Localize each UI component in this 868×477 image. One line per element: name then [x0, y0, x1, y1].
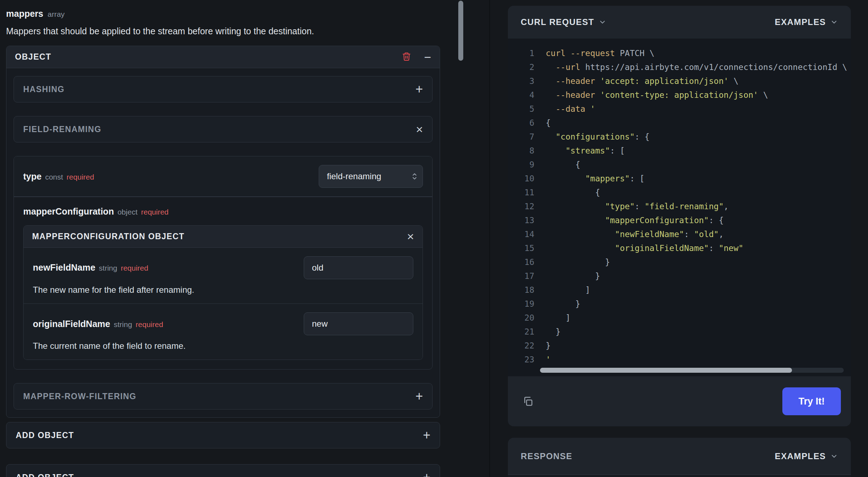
type-field-row: type const required field-renaming: [14, 156, 432, 196]
code-line: 1curl --request PATCH \: [517, 46, 851, 60]
line-number: 19: [517, 297, 534, 311]
trash-icon[interactable]: [402, 51, 411, 63]
add-object-button-inner[interactable]: ADD OBJECT +: [6, 422, 440, 448]
copy-icon[interactable]: [520, 393, 536, 409]
line-number: 17: [517, 269, 534, 283]
field-name: newFieldName: [33, 262, 95, 273]
mapper-configuration-panel-header: MAPPERCONFIGURATION OBJECT ×: [24, 226, 423, 248]
field-renaming-section-header[interactable]: FIELD-RENAMING ×: [14, 116, 433, 142]
code-line: 16 }: [517, 255, 851, 269]
line-number: 22: [517, 339, 534, 353]
curl-request-title: CURL REQUEST: [521, 17, 594, 27]
add-object-button-outer[interactable]: ADD OBJECT +: [6, 464, 440, 477]
type-field-label: type const required: [23, 171, 94, 182]
code-line: 5 --data ': [517, 102, 851, 116]
line-number: 23: [517, 353, 534, 367]
line-number: 3: [517, 74, 534, 88]
line-number: 12: [517, 200, 534, 214]
plus-icon[interactable]: +: [423, 471, 430, 477]
code-line: 9 {: [517, 158, 851, 172]
new-field-name-input[interactable]: [304, 256, 413, 279]
code-line: 20 ]: [517, 311, 851, 325]
field-renaming-title: FIELD-RENAMING: [23, 125, 101, 134]
horizontal-scrollbar-thumb[interactable]: [540, 368, 792, 373]
line-number: 18: [517, 283, 534, 297]
plus-icon[interactable]: +: [423, 429, 430, 442]
response-body: [508, 475, 851, 477]
object-panel-actions: −: [402, 51, 431, 63]
chevron-down-icon: [830, 452, 838, 460]
code-line: 18 ]: [517, 283, 851, 297]
line-number: 11: [517, 186, 534, 200]
line-number: 1: [517, 46, 534, 60]
line-number: 20: [517, 311, 534, 325]
line-number: 15: [517, 241, 534, 255]
close-icon[interactable]: ×: [416, 123, 423, 135]
required-badge: required: [67, 173, 94, 181]
mapper-configuration-label: mapperConfiguration object required: [23, 206, 423, 217]
code-line: 3 --header 'accept: application/json' \: [517, 74, 851, 88]
code-line: 23': [517, 353, 851, 367]
line-number: 8: [517, 144, 534, 158]
object-panel-title: OBJECT: [15, 52, 402, 62]
code-line: 2 --url https://api.airbyte.com/v1/conne…: [517, 60, 851, 74]
plus-icon[interactable]: +: [415, 390, 423, 403]
code-line: 10 "mappers": [: [517, 172, 851, 186]
code-line: 4 --header 'content-type: application/js…: [517, 88, 851, 102]
line-number: 9: [517, 158, 534, 172]
field-description: The current name of the field to rename.: [33, 341, 413, 351]
collapse-minus-icon[interactable]: −: [424, 51, 431, 63]
field-name: originalFieldName: [33, 319, 110, 329]
close-icon[interactable]: ×: [407, 230, 414, 242]
code-line: 13 "mapperConfiguration": {: [517, 214, 851, 227]
response-card: RESPONSE EXAMPLES: [508, 438, 851, 477]
mappers-property-header: mappers array: [6, 9, 446, 19]
hashing-title: HASHING: [23, 85, 65, 94]
original-field-name-label: originalFieldName string required: [33, 319, 163, 329]
vertical-scrollbar-thumb[interactable]: [458, 1, 463, 61]
mapper-configuration-panel-title: MAPPERCONFIGURATION OBJECT: [32, 232, 185, 241]
code-line: 6{: [517, 116, 851, 130]
line-number: 10: [517, 172, 534, 186]
field-kind: const: [45, 173, 63, 181]
request-examples-dropdown[interactable]: EXAMPLES: [775, 17, 838, 27]
code-line: 22}: [517, 339, 851, 353]
field-name: type: [23, 171, 41, 182]
code-line: 8 "streams": [: [517, 144, 851, 158]
code-line: 15 "originalFieldName": "new": [517, 241, 851, 255]
vertical-scrollbar[interactable]: [458, 0, 463, 477]
field-kind: string: [114, 320, 132, 329]
add-object-label: ADD OBJECT: [16, 473, 74, 477]
original-field-name-input[interactable]: [304, 312, 413, 335]
field-renaming-body: type const required field-renaming: [14, 156, 433, 370]
curl-request-footer: Try It!: [508, 376, 851, 426]
line-number: 2: [517, 60, 534, 74]
response-examples-dropdown[interactable]: EXAMPLES: [775, 451, 838, 461]
object-panel-header: OBJECT −: [6, 46, 440, 68]
code-line: 17 }: [517, 269, 851, 283]
horizontal-scrollbar[interactable]: [540, 368, 844, 373]
schema-panel: mappers array Mappers that should be app…: [0, 0, 446, 477]
new-field-name-label: newFieldName string required: [33, 262, 148, 273]
hashing-section-toggle[interactable]: HASHING +: [14, 76, 433, 102]
examples-label: EXAMPLES: [775, 17, 826, 27]
code-line: 11 {: [517, 186, 851, 200]
required-badge: required: [141, 208, 168, 216]
mapper-row-filtering-toggle[interactable]: MAPPER-ROW-FILTERING +: [14, 383, 433, 410]
field-description: The new name for the field after renamin…: [33, 285, 413, 295]
property-name: mappers: [6, 9, 43, 19]
plus-icon[interactable]: +: [415, 83, 423, 96]
type-select[interactable]: field-renaming: [319, 165, 423, 188]
new-field-name-row: newFieldName string required The new nam…: [24, 248, 423, 303]
curl-request-dropdown[interactable]: CURL REQUEST: [521, 17, 606, 27]
add-object-label: ADD OBJECT: [16, 431, 74, 440]
original-field-name-row: originalFieldName string required The cu…: [24, 304, 423, 360]
property-description: Mappers that should be applied to the st…: [6, 26, 446, 36]
mapper-configuration-panel: MAPPERCONFIGURATION OBJECT × newFieldNam…: [23, 225, 423, 360]
code-block: 1curl --request PATCH \2 --url https://a…: [508, 39, 851, 376]
line-number: 5: [517, 102, 534, 116]
field-kind: string: [99, 264, 117, 272]
try-it-button[interactable]: Try It!: [782, 387, 841, 415]
request-column: CURL REQUEST EXAMPLES 1curl --request PA…: [489, 0, 868, 477]
chevron-down-icon: [599, 18, 606, 26]
